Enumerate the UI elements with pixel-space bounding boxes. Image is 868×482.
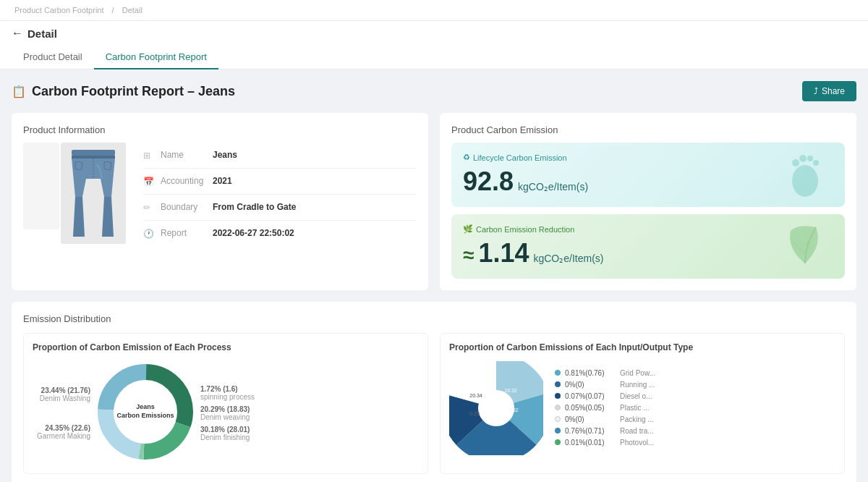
back-arrow-icon: ← (12, 27, 23, 40)
chart-left-content: 23.44% (21.76) Denim Washing 24.35% (22.… (33, 361, 419, 465)
report-title-text: Carbon Footprint Report – Jeans (32, 84, 235, 99)
svg-text:Jeans: Jeans (136, 403, 155, 410)
report-field-icon: 🕐 (143, 229, 155, 239)
legend-grid-power: 0.81%(0.76) Grid Pow... (555, 369, 655, 377)
field-report: 🕐 Report 2022-06-27 22:50:02 (143, 221, 417, 246)
share-button[interactable]: ⤴ Share (802, 81, 856, 101)
label-finishing: 30.18% (28.01) Denim finishing (200, 426, 258, 441)
pie-labels-right: 1.72% (1.6) spinning process 20.29% (18.… (200, 385, 258, 441)
svg-text:26.32: 26.32 (506, 407, 519, 413)
label-spinning: 1.72% (1.6) spinning process (200, 385, 258, 401)
svg-text:Carbon Emissions: Carbon Emissions (116, 412, 174, 419)
svg-text:16.09: 16.09 (490, 420, 503, 425)
tab-product-detail[interactable]: Product Detail (12, 46, 94, 69)
legend-list: 0.81%(0.76) Grid Pow... 0%(0) Running ..… (555, 369, 655, 450)
lifecycle-icon: ♻ (463, 153, 470, 162)
svg-point-5 (799, 155, 807, 162)
field-accounting: 📅 Accounting 2021 (143, 169, 417, 195)
legend-road: 0.76%(0.71) Road tra... (555, 427, 655, 435)
svg-rect-1 (72, 156, 115, 158)
product-info-title: Product Information (23, 124, 417, 135)
field-label-report: Report (161, 228, 213, 238)
report-icon: 📋 (12, 85, 26, 98)
charts-row: Proportion of Carbon Emission of Each Pr… (23, 333, 845, 474)
emission-section: Product Carbon Emission ♻ Lifecycle Carb… (440, 113, 856, 290)
legend-dot-packing (555, 416, 561, 422)
svg-point-4 (792, 159, 799, 166)
pie-labels-left: 23.44% (21.76) Denim Washing 24.35% (22.… (33, 386, 90, 440)
page-title: Detail (27, 28, 57, 40)
emission-section-title: Product Carbon Emission (451, 124, 845, 135)
svg-point-6 (807, 156, 813, 161)
pie-svg-right: 20.34 16.32 26.32 16.09 0.29 (449, 361, 543, 457)
field-label-boundary: Boundary (161, 202, 213, 212)
legend-diesel: 0.07%(0.07) Diesel o... (555, 392, 655, 400)
field-value-name: Jeans (213, 150, 237, 160)
lifecycle-label: ♻ Lifecycle Carbon Emission (463, 153, 833, 162)
lifecycle-card: ♻ Lifecycle Carbon Emission 92.8 kgCO₂e/… (451, 143, 845, 207)
field-boundary: ✏ Boundary From Cradle to Gate (143, 195, 417, 221)
lifecycle-unit: kgCO₂e/Item(s) (518, 181, 588, 193)
name-icon: ⊞ (143, 151, 155, 161)
main-content: 📋 Carbon Footprint Report – Jeans ⤴ Shar… (0, 69, 868, 482)
svg-point-7 (813, 160, 819, 166)
field-name: ⊞ Name Jeans (143, 143, 417, 169)
breadcrumb: Product Carbon Footprint / Detail (0, 0, 868, 21)
label-weaving: 20.29% (18.83) Denim weaving (200, 405, 258, 421)
legend-plastic: 0.05%(0.05) Plastic ... (555, 404, 655, 412)
legend-running: 0%(0) Running ... (555, 381, 655, 389)
chart-left: Proportion of Carbon Emission of Each Pr… (23, 333, 428, 474)
svg-rect-0 (72, 150, 115, 156)
chart-right: Proportion of Carbon Emissions of Each I… (440, 333, 845, 474)
product-info-card: Product Information (12, 113, 428, 290)
field-value-report: 2022-06-27 22:50:02 (213, 228, 294, 238)
jeans-image (64, 146, 122, 240)
distribution-section: Emission Distribution Proportion of Carb… (12, 302, 856, 482)
svg-text:0.29: 0.29 (469, 411, 480, 416)
breadcrumb-parent[interactable]: Product Carbon Footprint (14, 6, 104, 14)
accounting-icon: 📅 (143, 177, 155, 187)
legend-dot-photovol (555, 439, 561, 445)
pie-svg-left: Jeans Carbon Emissions (95, 361, 196, 465)
legend-dot-grid (555, 370, 561, 376)
legend-packing: 0%(0) Packing ... (555, 415, 655, 423)
field-value-boundary: From Cradle to Gate (213, 202, 296, 212)
label-denim-washing: 23.44% (21.76) Denim Washing (33, 386, 90, 402)
image-main (61, 143, 126, 244)
legend-dot-plastic (555, 405, 561, 410)
legend-dot-running (555, 381, 561, 387)
report-title: 📋 Carbon Footprint Report – Jeans (12, 84, 235, 99)
image-thumbnail (23, 143, 59, 229)
tab-carbon-report[interactable]: Carbon Footprint Report (94, 46, 218, 69)
field-label-accounting: Accounting (161, 176, 213, 186)
product-image-area (23, 143, 126, 246)
label-garment-making: 24.35% (22.6) Garment Making (33, 424, 90, 440)
legend-dot-road (555, 428, 561, 434)
legend-dot-diesel (555, 393, 561, 399)
chart-right-title: Proportion of Carbon Emissions of Each I… (449, 342, 835, 352)
lifecycle-value: 92.8 kgCO₂e/Item(s) (463, 166, 833, 197)
back-button[interactable]: ← Detail (12, 27, 856, 40)
share-icon: ⤴ (814, 86, 818, 96)
leaf-decoration (780, 220, 830, 271)
breadcrumb-separator: / (112, 6, 114, 14)
reduction-unit: kgCO₂e/Item(s) (533, 253, 603, 264)
reduction-value: ≈ 1.14 kgCO₂e/Item(s) (463, 238, 833, 269)
reduction-icon: 🌿 (463, 224, 473, 234)
chart-left-title: Proportion of Carbon Emission of Each Pr… (33, 342, 419, 352)
chart-right-content: 20.34 16.32 26.32 16.09 0.29 0.81%(0.76) (449, 361, 835, 457)
svg-text:16.32: 16.32 (504, 388, 517, 393)
legend-photovol: 0.01%(0.01) Photovol... (555, 439, 655, 447)
distribution-title: Emission Distribution (23, 313, 845, 324)
tab-bar: Product Detail Carbon Footprint Report (12, 46, 856, 69)
reduction-label: 🌿 Carbon Emission Reduction (463, 224, 833, 234)
field-value-accounting: 2021 (213, 176, 232, 186)
info-emission-grid: Product Information (12, 113, 856, 290)
svg-point-3 (792, 165, 818, 197)
svg-text:20.34: 20.34 (469, 393, 482, 398)
report-header: 📋 Carbon Footprint Report – Jeans ⤴ Shar… (12, 81, 856, 101)
reduction-card: 🌿 Carbon Emission Reduction ≈ 1.14 kgCO₂… (451, 214, 845, 279)
product-info-inner: ⊞ Name Jeans 📅 Accounting 2021 ✏ Boundar… (23, 143, 417, 246)
share-label: Share (822, 86, 845, 96)
field-label-name: Name (161, 150, 213, 160)
